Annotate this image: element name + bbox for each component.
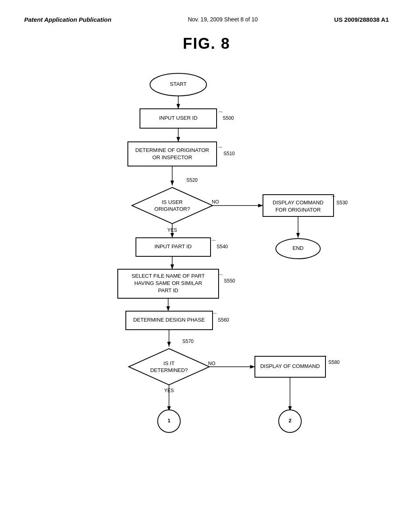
s530-label-1: DISPLAY COMMAND <box>273 200 323 206</box>
s580-step: S580 <box>328 360 340 365</box>
figure-title: FIG. 8 <box>24 35 389 52</box>
s520-no-label: NO <box>212 199 219 205</box>
s530-tilde: ⌒ <box>331 195 336 202</box>
s510-label-2: OR INSPECTOR <box>152 154 192 160</box>
header-patent-number: US 2009/288038 A1 <box>334 16 389 23</box>
s540-step: S540 <box>217 244 228 249</box>
flowchart: START INPUT USER ID S500 ⌒ DETERMINE OF … <box>65 69 348 492</box>
s560-label: DETERMINE DESIGN PHASE <box>133 317 205 323</box>
s500-step: S500 <box>223 115 234 121</box>
end-label: END <box>292 245 303 251</box>
s540-tilde: ⌒ <box>211 239 217 246</box>
s570-node <box>129 349 209 385</box>
s500-label: INPUT USER ID <box>159 115 197 121</box>
s520-label-2: ORIGINATOR? <box>154 206 190 212</box>
s510-label-1: DETERMINE OF ORIGINATOR <box>136 147 209 153</box>
s550-label-2: HAVING SAME OR SIMILAR <box>134 280 202 286</box>
s520-step: S520 <box>186 177 198 183</box>
s510-node <box>128 142 217 166</box>
s500-tilde: ⌒ <box>218 111 223 117</box>
page: Patent Application Publication Nov. 19, … <box>0 0 413 532</box>
s540-label: INPUT PART ID <box>154 243 192 249</box>
header: Patent Application Publication Nov. 19, … <box>24 16 389 23</box>
s520-node <box>132 187 213 224</box>
s550-step: S550 <box>224 278 235 284</box>
s570-label-2: DETERMINED? <box>150 367 188 373</box>
s530-step: S530 <box>336 200 348 206</box>
s510-step: S510 <box>223 151 235 156</box>
s560-step: S560 <box>218 317 229 323</box>
header-publication: Patent Application Publication <box>24 16 111 23</box>
start-label: START <box>170 81 186 87</box>
s550-label-3: PART ID <box>158 287 178 293</box>
s580-tilde: ⌒ <box>322 355 328 362</box>
s520-label-1: IS USER <box>162 199 183 205</box>
s560-tilde: ⌒ <box>212 312 217 319</box>
s550-label-1: SELECT FILE NAME OF PART <box>131 273 204 279</box>
connector-1-label: 1 <box>167 418 170 424</box>
s570-label-1: IS IT <box>163 360 175 366</box>
header-date-sheet: Nov. 19, 2009 Sheet 8 of 10 <box>188 16 258 23</box>
connector-2-label: 2 <box>288 418 291 424</box>
s570-no-label: NO <box>208 361 215 366</box>
s510-tilde: ⌒ <box>217 146 223 153</box>
s570-step: S570 <box>182 339 194 344</box>
s580-label: DISPLAY OF COMMAND <box>260 363 320 369</box>
flowchart-svg: START INPUT USER ID S500 ⌒ DETERMINE OF … <box>65 69 348 492</box>
s550-tilde: ⌒ <box>218 274 223 280</box>
s530-label-2: FOR ORIGINATOR <box>275 207 321 213</box>
